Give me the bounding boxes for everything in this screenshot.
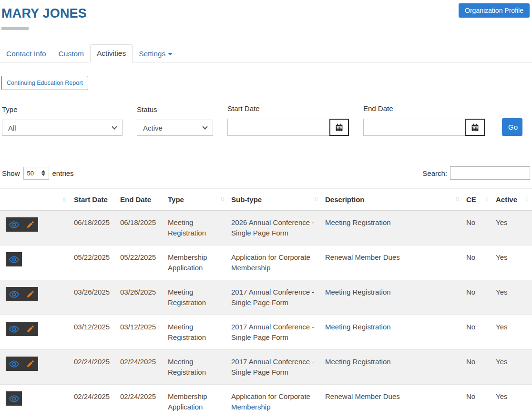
end-date-input[interactable] [363, 119, 466, 136]
sub-type-cell: 2017 Annual Conference - Single Page For… [227, 315, 321, 350]
edit-activity-button[interactable] [22, 217, 38, 232]
active-cell: Yes [492, 315, 532, 350]
table-header-row: ↑↓ Start Date End Date Type↑↓ Sub-type↑↓… [0, 189, 532, 211]
column-header-start-date[interactable]: Start Date [70, 189, 116, 211]
sort-icon: ↑↓ [453, 195, 459, 202]
sort-icon: ↑↓ [522, 195, 528, 202]
show-entries-control: Show 50 entries [2, 167, 74, 180]
type-cell: Meeting Registration [164, 315, 227, 350]
status-filter-value: Active [143, 124, 163, 132]
sub-type-cell: 2017 Annual Conference - Single Page For… [227, 280, 321, 315]
activities-table: ↑↓ Start Date End Date Type↑↓ Sub-type↑↓… [0, 188, 532, 419]
table-row: 02/24/202502/24/2025Membership Applicati… [0, 385, 532, 419]
chevron-down-icon [168, 53, 173, 55]
entries-per-page-value: 50 [27, 170, 34, 177]
status-filter-label: Status [137, 105, 213, 113]
title-underline [1, 27, 29, 30]
entries-label: entries [52, 169, 74, 177]
tab-custom-label: Custom [52, 45, 90, 62]
end-date-calendar-button[interactable] [465, 119, 485, 136]
description-cell: Meeting Registration [321, 315, 462, 350]
view-activity-button[interactable] [6, 252, 22, 266]
table-row: 02/24/202502/24/2025Meeting Registration… [0, 350, 532, 385]
end-date-filter-label: End Date [363, 104, 485, 112]
start-date-input[interactable] [227, 119, 330, 136]
view-activity-button[interactable] [6, 357, 22, 371]
search-input[interactable] [450, 166, 530, 180]
view-activity-button[interactable] [6, 287, 22, 301]
page-header: MARY JONES Organization Profile [0, 0, 532, 21]
sub-type-cell: Application for Corporate Membership [227, 245, 321, 280]
entries-per-page-select[interactable]: 50 [23, 167, 49, 180]
table-row: 05/22/202505/22/2025Membership Applicati… [0, 245, 532, 280]
description-cell: Meeting Registration [321, 350, 462, 385]
column-header-type[interactable]: Type↑↓ [164, 189, 227, 211]
type-filter-group: Type All [2, 105, 123, 136]
type-filter-select[interactable]: All [2, 120, 123, 136]
edit-activity-button[interactable] [22, 357, 38, 371]
start-date-cell: 02/24/2025 [70, 350, 116, 385]
eye-icon [9, 291, 19, 298]
end-date-cell: 03/26/2025 [116, 280, 164, 315]
table-row: 03/12/202503/12/2025Meeting Registration… [0, 315, 532, 350]
edit-activity-button[interactable] [22, 287, 38, 301]
column-header-active[interactable]: Active↑↓ [492, 189, 532, 211]
row-actions-cell [0, 350, 70, 385]
organization-profile-button[interactable]: Organization Profile [459, 3, 530, 18]
column-header-description[interactable]: Description↑↓ [321, 189, 462, 211]
search-label: Search: [422, 169, 447, 177]
ce-cell: No [462, 350, 492, 385]
tab-settings[interactable]: Settings [133, 45, 179, 62]
table-row: 03/26/202503/26/2025Meeting Registration… [0, 280, 532, 315]
view-activity-button[interactable] [6, 322, 22, 336]
continuing-education-report-button[interactable]: Continuing Education Report [1, 76, 88, 90]
row-actions-cell [0, 385, 70, 419]
sort-icon: ↑↓ [312, 195, 317, 202]
active-cell: Yes [492, 350, 532, 385]
eye-icon [9, 360, 19, 368]
pencil-icon [26, 221, 34, 229]
ce-cell: No [462, 385, 492, 419]
table-row: 06/18/202506/18/2025Meeting Registration… [0, 211, 532, 245]
type-filter-label: Type [2, 105, 123, 113]
filter-bar: Type All Status Active Start Date [2, 104, 532, 136]
type-cell: Meeting Registration [164, 211, 227, 245]
column-header-ce[interactable]: CE↑↓ [462, 189, 492, 211]
row-actions-cell [0, 245, 70, 280]
start-date-cell: 03/12/2025 [70, 315, 116, 350]
column-header-sub-type[interactable]: Sub-type↑↓ [227, 189, 321, 211]
tab-contact-info-label: Contact Info [0, 45, 52, 62]
tab-custom[interactable]: Custom [52, 45, 90, 62]
active-cell: Yes [492, 385, 532, 419]
end-date-cell: 06/18/2025 [116, 211, 164, 245]
tab-activities-label: Activities [90, 44, 133, 62]
view-activity-button[interactable] [6, 391, 22, 406]
start-date-calendar-button[interactable] [329, 119, 349, 136]
eye-icon [9, 221, 19, 228]
column-header-end-date[interactable]: End Date [116, 189, 164, 211]
status-filter-group: Status Active [137, 105, 213, 136]
edit-activity-button[interactable] [22, 322, 38, 336]
row-actions-cell [0, 315, 70, 350]
description-cell: Meeting Registration [321, 280, 462, 315]
eye-icon [9, 256, 19, 263]
active-cell: Yes [492, 245, 532, 280]
column-header-actions[interactable]: ↑↓ [0, 189, 70, 211]
eye-icon [9, 326, 19, 333]
type-filter-value: All [8, 124, 16, 132]
end-date-filter-group: End Date [363, 104, 485, 136]
tab-activities[interactable]: Activities [90, 44, 133, 62]
tab-contact-info[interactable]: Contact Info [0, 45, 52, 62]
ce-cell: No [462, 280, 492, 315]
start-date-cell: 02/24/2025 [70, 385, 116, 419]
start-date-filter-label: Start Date [227, 104, 349, 112]
sub-type-cell: Application for Corporate Membership [227, 385, 321, 419]
ce-cell: No [462, 211, 492, 245]
description-cell: Renewal Member Dues [321, 245, 462, 280]
go-button[interactable]: Go [502, 118, 522, 136]
end-date-cell: 05/22/2025 [116, 245, 164, 280]
status-filter-select[interactable]: Active [137, 120, 213, 136]
start-date-cell: 05/22/2025 [70, 245, 116, 280]
view-activity-button[interactable] [6, 217, 22, 232]
end-date-cell: 03/12/2025 [116, 315, 164, 350]
